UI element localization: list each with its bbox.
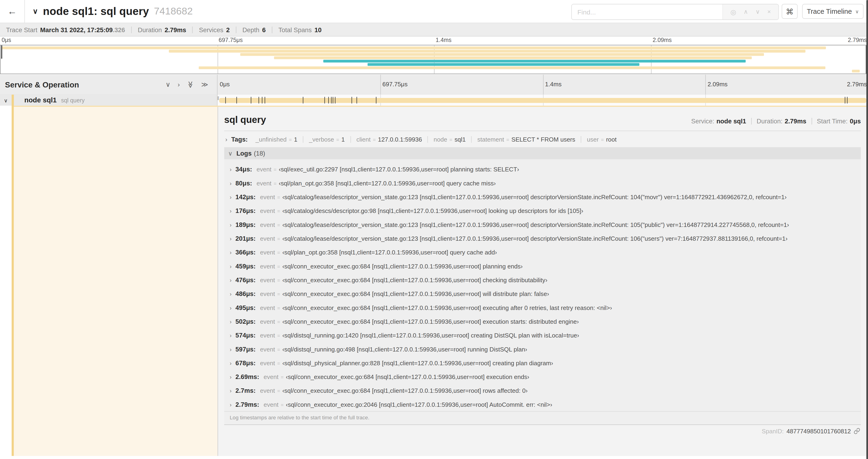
spanid-row: SpanID: 4877749850101760812 (224, 425, 861, 437)
log-row[interactable]: › 502μs: event = ‹sql/conn_executor_exec… (224, 315, 861, 328)
log-row[interactable]: › 142μs: event = ‹sql/catalog/lease/desc… (224, 190, 861, 204)
span-row: ∨ node sql1 sql query (0, 95, 868, 106)
meta-divider (811, 118, 812, 124)
log-row[interactable]: › 486μs: event = ‹sql/conn_executor_exec… (224, 287, 861, 300)
log-row[interactable]: › 495μs: event = ‹sql/conn_executor_exec… (224, 300, 861, 314)
log-field-value: ‹sql/conn_executor_exec.go:684 [nsql1,cl… (282, 304, 612, 311)
log-marker (357, 97, 357, 103)
log-timestamp: 597μs: (236, 346, 255, 352)
span-bar-cell[interactable] (217, 95, 868, 106)
tags-label: Tags: (231, 136, 248, 143)
log-row[interactable]: › 574μs: event = ‹sql/distsql_running.go… (224, 328, 861, 342)
trace-title-group[interactable]: ∨ node sql1: sql query 7418682 (33, 5, 193, 18)
log-marker (236, 97, 237, 103)
minimap-span (1, 70, 867, 72)
keyboard-shortcuts-button[interactable]: ⌘ (782, 4, 798, 19)
time-tick-label: 1.4ms (543, 81, 562, 87)
log-field-value: ‹sql/plan_opt.go:358 [nsql1,client=127.0… (279, 180, 496, 186)
log-row[interactable]: › 189μs: event = ‹sql/catalog/lease/desc… (224, 217, 861, 231)
log-field-value: ‹sql/catalog/descs/descriptor.go:98 [nsq… (282, 207, 583, 214)
equals-sign: = (277, 292, 280, 297)
tags-row[interactable]: › Tags: _unfinished=1 _verbose=1 client=… (224, 131, 861, 147)
span-detail-area: sql query Service: node sql1 Duration: 2… (0, 106, 868, 459)
log-row[interactable]: › 597μs: event = ‹sql/distsql_running.go… (224, 342, 861, 356)
time-tick-label: 2.09ms (705, 81, 727, 87)
find-input[interactable] (572, 4, 722, 19)
vertical-scrollbar[interactable] (866, 0, 868, 459)
time-tick-label: 0μs (217, 81, 229, 87)
back-button[interactable]: ← (0, 0, 25, 23)
find-controls: ◎ ∧ ∨ × (722, 4, 778, 19)
command-icon: ⌘ (786, 7, 794, 16)
log-row[interactable]: › 2.79ms: event = ‹sql/conn_executor_exe… (224, 397, 861, 411)
logs-label: Logs (236, 150, 251, 157)
minimap-time-labels: 0μs697.75μs1.4ms2.09ms2.79ms (0, 36, 868, 45)
log-field-key: event (264, 401, 279, 408)
chevron-right-icon: › (230, 374, 232, 380)
tag-item: user=root (581, 136, 622, 143)
log-field-key: event (260, 318, 275, 325)
log-row[interactable]: › 80μs: event = ‹sql/plan_opt.go:358 [ns… (224, 176, 861, 190)
chevron-right-icon: › (230, 388, 232, 394)
span-duration-bar[interactable] (219, 98, 866, 103)
tag-item: _unfinished=1 (250, 136, 303, 143)
equals-sign: = (274, 181, 277, 187)
clear-search-icon[interactable]: × (768, 9, 771, 15)
equals-sign: = (277, 361, 280, 366)
chevron-right-icon: › (230, 195, 232, 200)
equals-sign: = (277, 195, 280, 200)
time-tick-label: 697.75μs (380, 81, 407, 87)
log-field-value: ‹sql/catalog/lease/descriptor_version_st… (282, 194, 786, 200)
chevron-right-icon: › (230, 208, 232, 214)
next-match-icon[interactable]: ∨ (755, 9, 760, 15)
log-row[interactable]: › 678μs: event = ‹sql/distsql_physical_p… (224, 356, 861, 369)
log-row[interactable]: › 459μs: event = ‹sql/conn_executor_exec… (224, 259, 861, 273)
column-resizer-grip[interactable]: ‖ (217, 96, 219, 101)
collapse-span-icon[interactable]: ∨ (4, 97, 8, 103)
log-row[interactable]: › 476μs: event = ‹sql/conn_executor_exec… (224, 273, 861, 287)
expand-one-icon[interactable]: › (178, 81, 180, 88)
span-service-name: node sql1 (24, 96, 57, 104)
log-field-key: event (260, 194, 275, 200)
prev-match-icon[interactable]: ∧ (744, 9, 748, 15)
chevron-right-icon: › (230, 347, 232, 353)
chevron-down-icon[interactable]: ∨ (228, 150, 232, 156)
log-row[interactable]: › 34μs: event = ‹sql/exec_util.go:2297 [… (224, 162, 861, 176)
tag-item: node=sql1 (428, 136, 471, 143)
minimap-left-scrubber[interactable] (1, 45, 2, 59)
log-row[interactable]: › 2.69ms: event = ‹sql/conn_executor_exe… (224, 370, 861, 384)
equals-sign: = (277, 278, 280, 283)
log-timestamp: 502μs: (236, 318, 255, 325)
chevron-down-icon[interactable]: ∨ (33, 7, 38, 15)
log-field-key: event (260, 276, 275, 283)
log-marker (261, 97, 262, 103)
time-tick-label: 2.79ms (848, 37, 867, 43)
link-icon[interactable] (854, 428, 860, 434)
find-box: ◎ ∧ ∨ × (571, 4, 779, 20)
log-field-value: ‹sql/conn_executor_exec.go:684 [nsql1,cl… (282, 318, 579, 325)
log-field-value: ‹sql/distsql_running.go:1420 [nsql1,clie… (282, 332, 579, 338)
minimap-canvas[interactable] (0, 45, 868, 74)
duration-label: Duration: (757, 118, 783, 124)
view-selector-button[interactable]: Trace Timeline ∨ (802, 4, 864, 19)
span-operation-name: sql query (61, 97, 85, 103)
log-row[interactable]: › 201μs: event = ‹sql/catalog/lease/desc… (224, 231, 861, 245)
log-field-key: event (260, 263, 275, 269)
locate-icon[interactable]: ◎ (730, 9, 736, 15)
chevron-right-icon[interactable]: › (225, 136, 227, 142)
expand-all-icon[interactable]: ≫ (201, 81, 208, 88)
logs-section-header[interactable]: ∨ Logs (18) (224, 147, 861, 159)
log-row[interactable]: › 366μs: event = ‹sql/plan_opt.go:358 [n… (224, 245, 861, 259)
minimap-span (1, 46, 867, 49)
log-field-key: event (256, 180, 271, 186)
collapse-all-icon[interactable]: ≫ (187, 81, 194, 88)
span-name-cell[interactable]: ∨ node sql1 sql query (0, 95, 217, 106)
span-color-accent (12, 95, 14, 106)
log-row[interactable]: › 176μs: event = ‹sql/catalog/descs/desc… (224, 204, 861, 217)
log-timestamp: 486μs: (236, 291, 255, 297)
collapse-one-icon[interactable]: ∨ (166, 81, 170, 88)
log-timestamp: 574μs: (236, 332, 255, 338)
log-field-value: ‹sql/conn_executor_exec.go:684 [nsql1,cl… (282, 263, 523, 269)
logs-footnote: Log timestamps are relative to the start… (224, 411, 861, 424)
log-row[interactable]: › 2.7ms: event = ‹sql/conn_executor_exec… (224, 384, 861, 397)
